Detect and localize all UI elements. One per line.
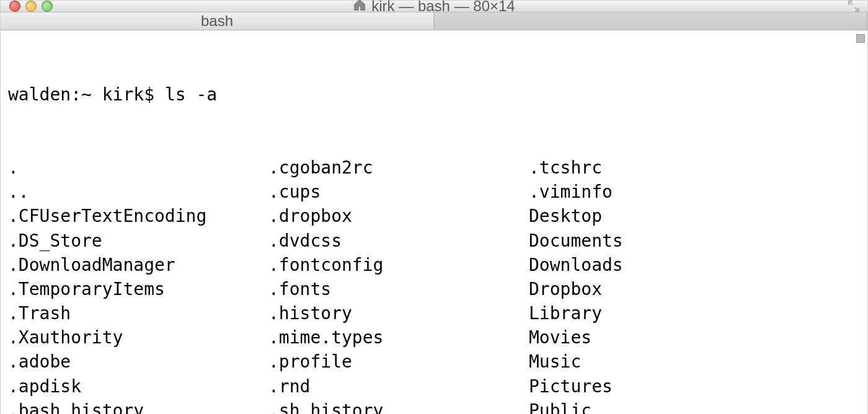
tab-empty[interactable] <box>434 12 867 30</box>
ls-column-1: .cgoban2rc.cups.dropbox.dvdcss.fontconfi… <box>268 156 529 414</box>
ls-entry: Pictures <box>529 374 789 399</box>
terminal-output[interactable]: walden:~ kirk$ ls -a ....CFUserTextEncod… <box>1 30 867 414</box>
ls-entry: .DS_Store <box>8 229 268 253</box>
prompt-line-1: walden:~ kirk$ ls -a <box>8 82 861 107</box>
prompt-host: walden:~ <box>8 84 92 105</box>
close-button[interactable] <box>9 1 20 12</box>
ls-entry: .Xauthority <box>8 325 268 350</box>
home-icon <box>353 0 366 14</box>
window-controls <box>9 1 53 12</box>
ls-entry: .CFUserTextEncoding <box>8 204 268 228</box>
ls-entry: .rnd <box>268 374 529 399</box>
tab-bash[interactable]: bash <box>1 12 434 30</box>
ls-entry: .apdisk <box>8 374 268 399</box>
ls-entry: Public <box>529 399 789 414</box>
ls-entry: .dropbox <box>268 204 529 228</box>
ls-entry: .. <box>8 180 268 204</box>
ls-entry: .fontconfig <box>268 253 529 277</box>
scroll-indicator[interactable] <box>856 34 865 43</box>
ls-entry: Library <box>529 301 789 325</box>
ls-entry: .fonts <box>268 277 529 301</box>
ls-entry: .cgoban2rc <box>268 156 529 180</box>
ls-entry: .TemporaryItems <box>8 277 268 301</box>
ls-entry: Downloads <box>529 253 789 277</box>
ls-entry: .Trash <box>8 301 268 325</box>
ls-entry: .mime.types <box>268 325 529 350</box>
prompt-user: kirk$ <box>102 84 154 105</box>
zoom-button[interactable] <box>42 1 53 12</box>
ls-entry: . <box>8 156 268 180</box>
minimize-button[interactable] <box>25 1 37 12</box>
terminal-window: kirk — bash — 80×14 bash walden:~ kirk$ … <box>0 0 868 414</box>
fullscreen-icon[interactable] <box>846 0 861 14</box>
ls-entry: Movies <box>529 325 789 350</box>
ls-column-2: .tcshrc.viminfoDesktopDocumentsDownloads… <box>529 156 789 414</box>
tab-label: bash <box>201 12 233 30</box>
ls-entry: .bash_history <box>8 399 268 414</box>
command-text: ls -a <box>165 84 217 105</box>
titlebar: kirk — bash — 80×14 <box>1 1 867 12</box>
ls-entry: .history <box>268 301 529 325</box>
ls-column-0: ....CFUserTextEncoding.DS_Store.Download… <box>8 156 268 414</box>
terminal-area: walden:~ kirk$ ls -a ....CFUserTextEncod… <box>1 30 867 414</box>
ls-entry: Desktop <box>529 204 789 228</box>
ls-entry: .profile <box>268 350 529 374</box>
ls-entry: Music <box>529 350 789 374</box>
ls-entry: Documents <box>529 229 789 253</box>
ls-entry: .DownloadManager <box>8 253 268 277</box>
ls-entry: .tcshrc <box>529 156 789 180</box>
ls-entry: Dropbox <box>529 277 789 301</box>
tab-bar: bash <box>1 12 867 30</box>
ls-entry: .sh_history <box>268 399 529 414</box>
ls-entry: .dvdcss <box>268 229 529 253</box>
ls-entry: .adobe <box>8 350 268 374</box>
ls-entry: .viminfo <box>529 180 789 204</box>
ls-entry: .cups <box>268 180 529 204</box>
ls-output: ....CFUserTextEncoding.DS_Store.Download… <box>8 156 861 414</box>
